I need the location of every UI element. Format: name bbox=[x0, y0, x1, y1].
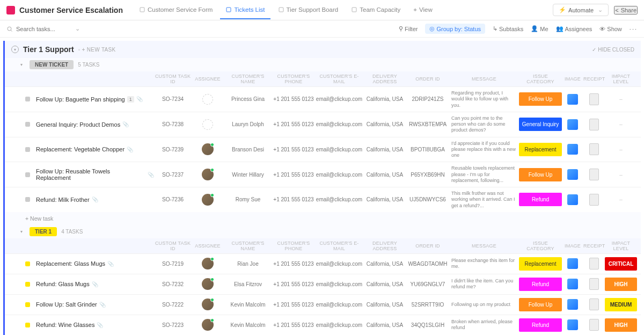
status-square[interactable] bbox=[25, 261, 30, 266]
group-by-button[interactable]: ◎ Group by: Status bbox=[425, 24, 485, 34]
column-header[interactable]: ORDER ID bbox=[406, 76, 449, 82]
tab-view[interactable]: + View bbox=[408, 1, 437, 19]
receipt-thumbnail[interactable] bbox=[589, 119, 599, 130]
receipt-thumbnail[interactable] bbox=[589, 278, 599, 290]
receipt-thumbnail[interactable] bbox=[589, 143, 599, 155]
task-row[interactable]: Refund: Milk Frother 📎SO-7236Romy Sue+1 … bbox=[5, 187, 641, 212]
issue-category-badge[interactable]: Follow Up bbox=[519, 92, 562, 106]
show-button[interactable]: 👁 Show bbox=[599, 26, 622, 32]
chevron-down-icon[interactable]: ⌄ bbox=[75, 25, 80, 32]
issue-category-badge[interactable]: Replacement bbox=[519, 143, 562, 156]
column-header[interactable]: CUSTOMER'S NAME bbox=[224, 241, 272, 251]
column-header[interactable]: ASSIGNEE bbox=[192, 76, 224, 82]
column-header[interactable]: ISSUE CATEGORY bbox=[519, 74, 562, 84]
task-row[interactable]: Refund: Wine Glasses 📎SO-7223Kevin Malco… bbox=[5, 315, 641, 335]
image-thumbnail[interactable] bbox=[567, 94, 578, 105]
task-row[interactable]: Replacement: Glass Mugs 📎SO-7219Rian Joe… bbox=[5, 253, 641, 274]
image-thumbnail[interactable] bbox=[567, 319, 578, 330]
tab-tier-support-board[interactable]: Tier Support Board bbox=[273, 1, 344, 19]
task-row[interactable]: Follow Up: Salt Grinder 📎SO-7222Kevin Ma… bbox=[5, 294, 641, 315]
share-button[interactable]: < Share bbox=[614, 6, 638, 14]
column-header[interactable]: DELIVERY ADDRESS bbox=[363, 74, 406, 84]
receipt-thumbnail[interactable] bbox=[589, 298, 599, 310]
column-header[interactable]: CUSTOMER'S E-MAIL bbox=[315, 74, 363, 84]
status-square[interactable] bbox=[25, 122, 30, 127]
issue-category-badge[interactable]: Refund bbox=[519, 278, 562, 291]
me-button[interactable]: 👤 Me bbox=[531, 25, 548, 32]
column-header[interactable]: ORDER ID bbox=[406, 243, 449, 249]
task-name[interactable]: Follow Up: Baguette Pan shipping 1 📎 bbox=[36, 96, 154, 103]
receipt-thumbnail[interactable] bbox=[589, 194, 599, 206]
assignee-avatar-empty[interactable] bbox=[202, 94, 213, 105]
issue-category-badge[interactable]: Refund bbox=[519, 193, 562, 206]
image-thumbnail[interactable] bbox=[567, 299, 578, 310]
image-thumbnail[interactable] bbox=[567, 119, 578, 130]
status-square[interactable] bbox=[25, 172, 30, 177]
task-name[interactable]: Refund: Wine Glasses 📎 bbox=[36, 322, 154, 328]
assignee-avatar-empty[interactable] bbox=[202, 119, 213, 130]
assignee-avatar[interactable] bbox=[202, 169, 214, 180]
status-square[interactable] bbox=[25, 147, 30, 152]
receipt-thumbnail[interactable] bbox=[589, 258, 599, 270]
column-header[interactable]: IMAGE bbox=[562, 243, 583, 249]
column-header[interactable]: IMPACT LEVEL bbox=[605, 74, 637, 84]
group-toggle[interactable]: ▾ bbox=[18, 61, 25, 69]
issue-category-badge[interactable]: Replacement bbox=[519, 257, 562, 271]
group-badge[interactable]: NEW TICKET bbox=[30, 60, 74, 69]
status-square[interactable] bbox=[25, 302, 30, 307]
image-thumbnail[interactable] bbox=[567, 279, 578, 289]
status-square[interactable] bbox=[25, 97, 30, 101]
search-box[interactable]: ⌄ bbox=[6, 25, 82, 32]
subtasks-button[interactable]: ↳ Subtasks bbox=[493, 25, 523, 32]
assignee-avatar[interactable] bbox=[202, 258, 214, 270]
column-header[interactable]: ISSUE CATEGORY bbox=[519, 241, 562, 251]
receipt-thumbnail[interactable] bbox=[589, 93, 599, 105]
column-header[interactable]: CUSTOM TASK ID bbox=[154, 74, 192, 84]
assignees-button[interactable]: 👥 Assignees bbox=[556, 25, 592, 32]
tab-customer-service-form[interactable]: Customer Service Form bbox=[134, 1, 218, 19]
column-header[interactable]: DELIVERY ADDRESS bbox=[363, 241, 406, 251]
task-row[interactable]: General Inquiry: Product Demos 📎SO-7238L… bbox=[5, 112, 641, 137]
section-toggle[interactable]: ▾ bbox=[11, 46, 19, 53]
automate-button[interactable]: ⚡ Automate ⌄ bbox=[553, 4, 609, 16]
receipt-thumbnail[interactable] bbox=[589, 169, 599, 180]
status-square[interactable] bbox=[25, 282, 30, 287]
task-row[interactable]: Follow Up: Reusable Towels Replacement 📎… bbox=[5, 162, 641, 187]
hide-closed-button[interactable]: ✓ HIDE CLOSED bbox=[592, 47, 634, 53]
search-input[interactable] bbox=[16, 26, 70, 32]
column-header[interactable]: RECEIPT bbox=[583, 76, 605, 82]
column-header[interactable]: RECEIPT bbox=[583, 243, 605, 249]
assignee-avatar[interactable] bbox=[202, 319, 214, 331]
column-header[interactable]: CUSTOMER'S NAME bbox=[224, 74, 272, 84]
image-thumbnail[interactable] bbox=[567, 258, 578, 269]
assignee-avatar[interactable] bbox=[202, 143, 214, 155]
image-thumbnail[interactable] bbox=[567, 169, 578, 180]
column-header[interactable]: IMPACT LEVEL bbox=[605, 241, 637, 251]
task-name[interactable]: Replacement: Vegetable Chopper 📎 bbox=[36, 146, 154, 152]
column-header[interactable]: MESSAGE bbox=[449, 243, 519, 249]
task-name[interactable]: General Inquiry: Product Demos 📎 bbox=[36, 121, 154, 128]
task-row[interactable]: Refund: Glass Mugs 📎SO-7232Elsa Fitzrov+… bbox=[5, 274, 641, 294]
task-row[interactable]: Follow Up: Baguette Pan shipping 1 📎SO-7… bbox=[5, 86, 641, 112]
column-header[interactable]: CUSTOM TASK ID bbox=[154, 241, 192, 251]
column-header[interactable]: CUSTOMER'S PHONE bbox=[272, 241, 315, 251]
issue-category-badge[interactable]: General Inquiry bbox=[519, 118, 562, 131]
more-button[interactable]: ··· bbox=[630, 26, 638, 32]
new-task-button[interactable]: + New task bbox=[5, 212, 641, 225]
tab-team-capacity[interactable]: Team Capacity bbox=[346, 1, 406, 19]
image-thumbnail[interactable] bbox=[567, 194, 578, 205]
column-header[interactable]: MESSAGE bbox=[449, 76, 519, 82]
image-thumbnail[interactable] bbox=[567, 144, 578, 155]
status-square[interactable] bbox=[25, 323, 30, 327]
column-header[interactable]: CUSTOMER'S PHONE bbox=[272, 74, 315, 84]
task-name[interactable]: Refund: Milk Frother 📎 bbox=[36, 196, 154, 203]
task-name[interactable]: Follow Up: Salt Grinder 📎 bbox=[36, 301, 154, 308]
task-name[interactable]: Replacement: Glass Mugs 📎 bbox=[36, 260, 154, 267]
issue-category-badge[interactable]: Follow Up bbox=[519, 168, 562, 181]
task-row[interactable]: Replacement: Vegetable Chopper 📎SO-7239B… bbox=[5, 137, 641, 162]
column-header[interactable]: ASSIGNEE bbox=[192, 243, 224, 249]
column-header[interactable]: CUSTOMER'S E-MAIL bbox=[315, 241, 363, 251]
new-task-header[interactable]: ◦ + NEW TASK bbox=[78, 47, 116, 53]
assignee-avatar[interactable] bbox=[202, 298, 214, 310]
receipt-thumbnail[interactable] bbox=[589, 319, 599, 331]
